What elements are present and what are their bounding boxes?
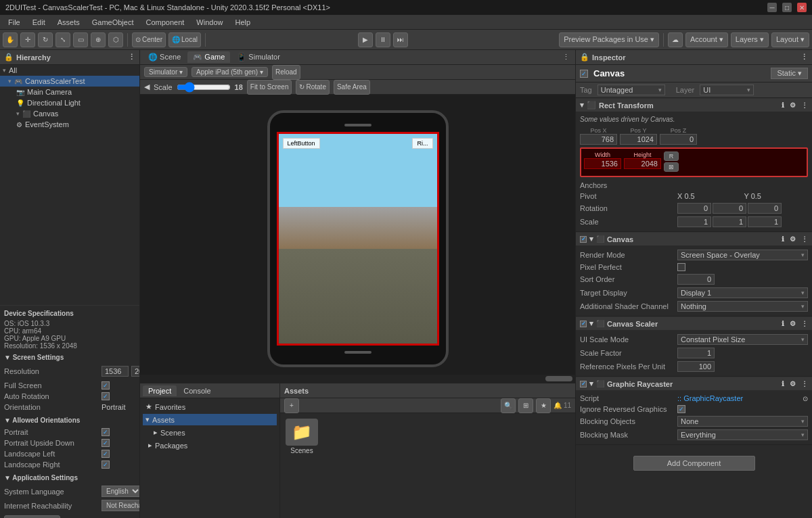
internet-reach-dropdown[interactable]: Not Reachable (102, 500, 139, 511)
proj-assets[interactable]: ▾ Assets (143, 414, 277, 425)
script-target-icon[interactable]: ⊙ (803, 395, 808, 402)
rot-x-input[interactable] (677, 203, 711, 214)
add-component-button[interactable]: Add Component (633, 456, 755, 471)
pause-button[interactable]: ⏸ (376, 32, 390, 47)
tag-dropdown[interactable]: Untagged (597, 85, 665, 95)
menu-file[interactable]: File (3, 17, 26, 28)
center-button[interactable]: ⊙ Center (132, 32, 166, 47)
proj-packages[interactable]: ▸ Packages (143, 440, 277, 451)
canvas-active-checkbox[interactable]: ✓ (580, 70, 588, 78)
canvas-menu-icon[interactable]: ⋮ (801, 235, 808, 243)
pos-y-input[interactable] (620, 134, 657, 145)
target-display-dropdown[interactable]: Display 1 (677, 287, 808, 298)
proj-favorites[interactable]: ★ Favorites (143, 401, 277, 413)
blocking-objects-dropdown[interactable]: None (677, 416, 808, 427)
canvas-settings-icon[interactable]: ⚙ (790, 235, 796, 243)
sys-lang-dropdown[interactable]: English (102, 486, 139, 497)
canvas-scaler-checkbox[interactable]: ✓ (580, 321, 587, 327)
canvas-component-header[interactable]: ✓ ▾ ⬛ Canvas ℹ ⚙ ⋮ (576, 233, 812, 245)
move-tool[interactable]: ✛ (20, 32, 35, 47)
scaler-menu-icon[interactable]: ⋮ (801, 320, 808, 327)
hier-item-canvas[interactable]: ▾ ⬛ Canvas (0, 108, 139, 119)
scenes-folder[interactable]: 📁 Scenes (286, 419, 318, 454)
rect-info-icon[interactable]: ℹ (782, 101, 784, 109)
account-dropdown[interactable]: Account ▾ (685, 32, 728, 47)
landscape-right-check[interactable]: ✓ (102, 461, 110, 469)
filter-button[interactable]: ⊞ (518, 398, 533, 413)
bookmark-button[interactable]: ★ (536, 398, 551, 413)
menu-help[interactable]: Help (229, 17, 256, 28)
preview-dropdown[interactable]: Preview Packages in Use ▾ (559, 32, 659, 47)
step-button[interactable]: ⏭ (393, 32, 408, 47)
rot-z-input[interactable] (748, 203, 782, 214)
custom-tool[interactable]: ⬡ (108, 32, 123, 47)
rotate-button[interactable]: ↻ Rotate (296, 80, 329, 95)
canvas-info-icon[interactable]: ℹ (782, 235, 784, 243)
ui-scale-mode-dropdown[interactable]: Constant Pixel Size (677, 334, 808, 345)
ignore-reversed-checkbox[interactable]: ✓ (677, 405, 685, 413)
gr-checkbox[interactable]: ✓ (580, 381, 587, 387)
transform-tool[interactable]: ⊕ (91, 32, 106, 47)
hier-item-dirlight[interactable]: 💡 Directional Light (0, 97, 139, 108)
rect-menu-icon[interactable]: ⋮ (801, 101, 808, 109)
scrollbar-thumb[interactable] (545, 376, 572, 381)
right-button[interactable]: Ri... (412, 138, 432, 149)
safe-area-button[interactable]: Safe Area (334, 80, 370, 95)
add-asset-button[interactable]: + (284, 398, 299, 413)
close-button[interactable]: ✕ (797, 3, 807, 12)
ref-pixels-input[interactable] (677, 361, 715, 372)
graphic-raycaster-header[interactable]: ✓ ▾ ⬛ Graphic Raycaster ℹ ⚙ ⋮ (576, 377, 812, 390)
cloud-button[interactable]: ☁ (668, 32, 683, 47)
hier-item-maincamera[interactable]: 📷 Main Camera (0, 87, 139, 97)
canvas-scaler-header[interactable]: ✓ ▾ ⬛ Canvas Scaler ℹ ⚙ ⋮ (576, 317, 812, 330)
height-input[interactable] (624, 158, 661, 169)
minimize-button[interactable]: ─ (767, 3, 777, 12)
rect-bp-button[interactable]: ⊠ (664, 162, 679, 172)
search-assets-button[interactable]: 🔍 (501, 398, 516, 413)
rect-r-button[interactable]: R (664, 151, 679, 161)
static-button[interactable]: Static ▾ (771, 68, 808, 79)
res-w-input[interactable] (102, 366, 129, 377)
sort-order-input[interactable] (677, 274, 715, 285)
add-shader-dropdown[interactable]: Nothing (677, 301, 808, 312)
proj-scenes[interactable]: ▸ Scenes (143, 427, 277, 438)
tab-game[interactable]: 🎮 Game (187, 51, 230, 63)
tab-menu-icon[interactable]: ⋮ (560, 53, 572, 62)
tab-project[interactable]: Project (143, 385, 177, 396)
layers-dropdown[interactable]: Layers ▾ (731, 32, 769, 47)
tab-simulator[interactable]: 📱 Simulator (231, 51, 286, 63)
layout-dropdown[interactable]: Layout ▾ (771, 32, 809, 47)
menu-gameobject[interactable]: GameObject (87, 17, 139, 28)
scale-y-input[interactable] (713, 216, 746, 227)
reload-button[interactable]: Reload (272, 65, 300, 80)
local-button[interactable]: 🌐 Local (168, 32, 201, 47)
portrait-check[interactable]: ✓ (102, 428, 110, 436)
tab-scene[interactable]: 🌐 Scene (143, 51, 186, 63)
blocking-mask-dropdown[interactable]: Everything (677, 429, 808, 440)
menu-window[interactable]: Window (191, 17, 228, 28)
pixel-perfect-checkbox[interactable] (677, 263, 685, 271)
hierarchy-menu-icon[interactable]: ⋮ (128, 53, 135, 62)
left-button[interactable]: LeftButton (283, 138, 320, 149)
pos-x-input[interactable] (580, 134, 617, 145)
rect-transform-header[interactable]: ▾ ⬛ Rect Transform ℹ ⚙ ⋮ (576, 99, 812, 112)
left-arrow-icon[interactable]: ◀ (144, 83, 150, 91)
menu-assets[interactable]: Assets (52, 17, 85, 28)
hier-item-canvasscalertest[interactable]: ▾ 🎮 CanvasScalerTest (0, 76, 139, 87)
autorotation-checkbox[interactable]: ✓ (102, 392, 110, 400)
fullscreen-checkbox[interactable]: ✓ (102, 381, 110, 390)
scaler-settings-icon[interactable]: ⚙ (790, 320, 796, 327)
portrait-upside-check[interactable]: ✓ (102, 439, 110, 447)
scale-z-input[interactable] (748, 216, 782, 227)
hier-item-eventsystem[interactable]: ⚙ EventSystem (0, 119, 139, 130)
width-input[interactable] (584, 158, 621, 169)
layer-dropdown[interactable]: UI (700, 85, 754, 95)
low-memory-button[interactable]: On Low Memory (4, 515, 60, 518)
device-dropdown[interactable]: Apple iPad (5th gen) ▾ (191, 67, 268, 77)
hier-item-all[interactable]: ▾ All (0, 65, 139, 76)
scale-slider[interactable] (177, 82, 231, 93)
scale-x-input[interactable] (677, 216, 711, 227)
hand-tool[interactable]: ✋ (3, 32, 18, 47)
render-mode-dropdown[interactable]: Screen Space - Overlay (677, 250, 808, 260)
scale-factor-input[interactable] (677, 348, 715, 358)
